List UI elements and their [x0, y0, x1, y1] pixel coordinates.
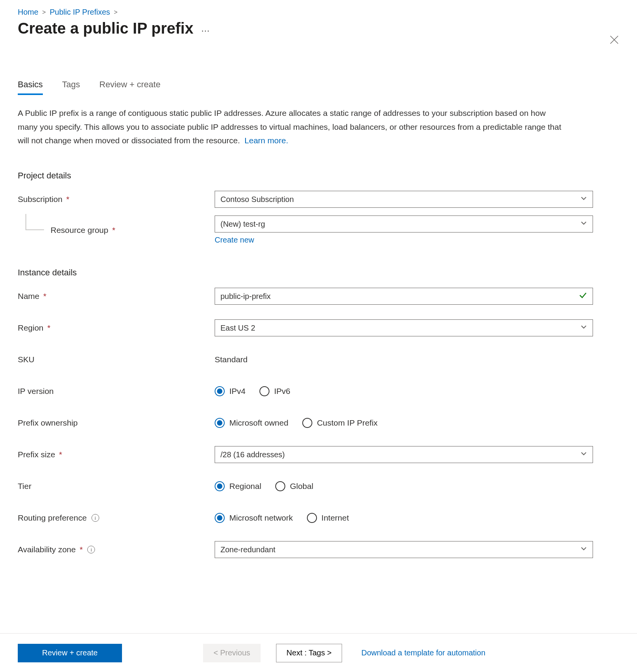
description-text: A Public IP prefix is a range of contigu…	[18, 106, 566, 148]
close-icon[interactable]	[609, 35, 619, 47]
prefix-ownership-custom-radio[interactable]: Custom IP Prefix	[302, 418, 378, 428]
page-title: Create a public IP prefix	[18, 20, 193, 37]
prefix-size-select[interactable]: /28 (16 addresses)	[215, 446, 593, 463]
learn-more-link[interactable]: Learn more.	[244, 136, 288, 145]
availability-zone-label: Availability zone* i	[18, 545, 215, 554]
chevron-right-icon: >	[42, 9, 46, 16]
name-field[interactable]: public-ip-prefix	[215, 288, 593, 305]
sku-label: SKU	[18, 355, 215, 364]
resource-group-select[interactable]: (New) test-rg	[215, 216, 593, 232]
prefix-size-label: Prefix size*	[18, 450, 215, 459]
tier-regional-radio[interactable]: Regional	[215, 481, 261, 491]
prefix-ownership-microsoft-radio[interactable]: Microsoft owned	[215, 418, 288, 428]
region-label: Region*	[18, 323, 215, 333]
chevron-down-icon	[580, 450, 587, 459]
ip-version-ipv4-radio[interactable]: IPv4	[215, 386, 246, 396]
chevron-down-icon	[580, 545, 587, 554]
tier-label: Tier	[18, 482, 215, 491]
section-instance-details: Instance details	[18, 268, 619, 278]
tier-global-radio[interactable]: Global	[275, 481, 313, 491]
tab-basics[interactable]: Basics	[18, 80, 43, 95]
subscription-select[interactable]: Contoso Subscription	[215, 191, 593, 208]
checkmark-icon	[579, 291, 587, 302]
tabs: Basics Tags Review + create	[18, 80, 619, 95]
create-new-link[interactable]: Create new	[215, 236, 593, 244]
availability-zone-select[interactable]: Zone-redundant	[215, 541, 593, 558]
breadcrumb-home[interactable]: Home	[18, 8, 38, 17]
next-button[interactable]: Next : Tags >	[276, 644, 342, 662]
routing-internet-radio[interactable]: Internet	[307, 513, 349, 523]
resource-group-label: Resource group*	[18, 226, 215, 235]
section-project-details: Project details	[18, 171, 619, 181]
region-select[interactable]: East US 2	[215, 319, 593, 336]
name-label: Name*	[18, 292, 215, 301]
breadcrumb-public-ip-prefixes[interactable]: Public IP Prefixes	[50, 8, 110, 17]
prefix-ownership-label: Prefix ownership	[18, 418, 215, 428]
subscription-label: Subscription*	[18, 195, 215, 204]
routing-microsoft-network-radio[interactable]: Microsoft network	[215, 513, 293, 523]
previous-button: < Previous	[203, 644, 261, 662]
info-icon[interactable]: i	[91, 514, 99, 522]
footer: Review + create < Previous Next : Tags >…	[0, 633, 637, 672]
chevron-down-icon	[580, 195, 587, 204]
breadcrumb: Home > Public IP Prefixes >	[18, 8, 619, 17]
routing-preference-label: Routing preference i	[18, 513, 215, 523]
tab-review-create[interactable]: Review + create	[99, 80, 160, 95]
chevron-down-icon	[580, 220, 587, 229]
more-icon[interactable]: ⋯	[201, 26, 210, 36]
download-template-link[interactable]: Download a template for automation	[361, 648, 485, 657]
info-icon[interactable]: i	[87, 546, 95, 553]
sku-value: Standard	[215, 355, 247, 364]
chevron-right-icon: >	[114, 9, 117, 16]
ip-version-label: IP version	[18, 387, 215, 396]
chevron-down-icon	[580, 324, 587, 333]
review-create-button[interactable]: Review + create	[18, 644, 122, 662]
ip-version-ipv6-radio[interactable]: IPv6	[259, 386, 290, 396]
indent-line-icon	[25, 214, 44, 230]
tab-tags[interactable]: Tags	[62, 80, 80, 95]
